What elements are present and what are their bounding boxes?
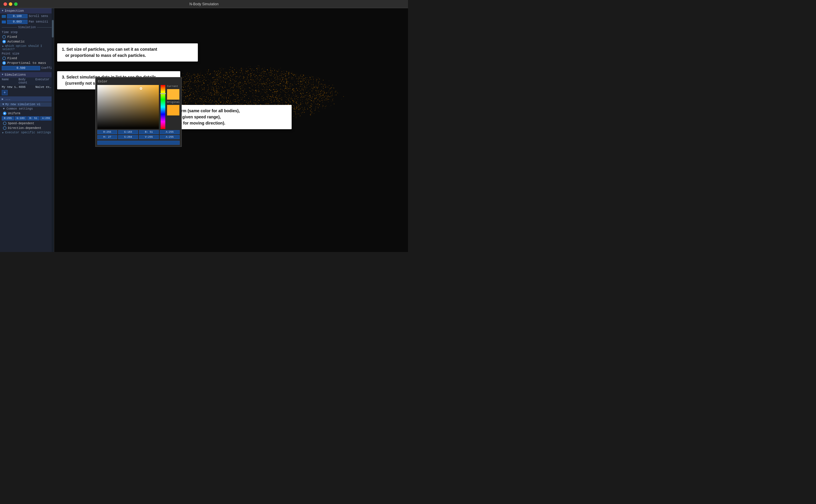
common-settings: ▼ Common settings bbox=[0, 107, 54, 111]
minimize-button[interactable] bbox=[9, 2, 12, 6]
inspection-header[interactable]: ▼ Inspection bbox=[0, 8, 54, 13]
current-label: Current bbox=[167, 85, 180, 88]
scroll-sens-input[interactable] bbox=[7, 14, 28, 18]
cv-g[interactable]: G:183 bbox=[118, 130, 138, 134]
direction-dependent-row[interactable]: Direction-dependent bbox=[0, 126, 54, 130]
sim-table-header: Name Body count Executor bbox=[0, 77, 54, 85]
add-simulation-button[interactable]: + bbox=[2, 90, 8, 95]
color-cursor bbox=[140, 87, 142, 90]
cv-h[interactable]: H: 27 bbox=[97, 135, 117, 139]
original-swatch bbox=[167, 105, 179, 115]
col-body: Body count bbox=[18, 78, 35, 84]
view-section-collapsed[interactable]: ▶ ... bbox=[0, 96, 54, 102]
common-arrow: ▼ bbox=[3, 107, 6, 110]
speed-dependent-row[interactable]: Speed-dependent bbox=[0, 121, 54, 126]
pan-sens-input[interactable] bbox=[7, 20, 28, 24]
color-picker-body: Current Original bbox=[97, 85, 180, 129]
automatic-label: Automatic bbox=[7, 40, 25, 43]
uniform-radio[interactable] bbox=[3, 112, 6, 115]
window-controls bbox=[4, 2, 18, 6]
current-swatch bbox=[167, 89, 179, 100]
proportional-label: Proportional to mass bbox=[7, 61, 46, 65]
cv-a[interactable]: A:255 bbox=[160, 130, 180, 134]
fixed-radio[interactable] bbox=[2, 35, 6, 39]
scroll-color-swatch bbox=[2, 15, 6, 18]
color-preview: Current Original bbox=[167, 85, 180, 129]
left-panel: ▼ Inspection Scroll sens Pan sensiti Sim… bbox=[0, 8, 54, 252]
sim-executor: Naive executo bbox=[35, 86, 52, 89]
title-bar: N-Body Simulation bbox=[0, 0, 408, 8]
scroll-sens-row: Scroll sens bbox=[0, 13, 54, 19]
simulation-label: Simulation bbox=[18, 26, 36, 29]
uniform-label: Uniform bbox=[8, 112, 20, 115]
cv-r[interactable]: R:255 bbox=[97, 130, 117, 134]
direction-radio[interactable] bbox=[3, 126, 6, 130]
time-step-label: Time step bbox=[0, 30, 54, 35]
simulations-label: Simulations bbox=[4, 73, 26, 76]
divider-right bbox=[37, 27, 52, 28]
uniform-row[interactable]: Uniform bbox=[0, 111, 54, 116]
automatic-radio-row[interactable]: Automatic bbox=[0, 39, 54, 44]
r-cell[interactable]: R:255 bbox=[2, 116, 14, 120]
scrollbar[interactable] bbox=[52, 8, 54, 252]
tooltip1-text: 1. Set size of particles, you can set it… bbox=[62, 47, 157, 58]
sim-name: My new simula bbox=[2, 86, 18, 89]
canvas-area: 1. Set size of particles, you can set it… bbox=[54, 8, 408, 252]
common-label: Common settings bbox=[6, 107, 33, 110]
b-cell[interactable]: B: 51 bbox=[27, 116, 40, 120]
hex-input[interactable]: #FFB733FF bbox=[97, 141, 180, 145]
g-cell[interactable]: G:183 bbox=[15, 116, 27, 120]
divider-left bbox=[2, 27, 17, 28]
col-executor: Executor bbox=[35, 78, 52, 84]
coefficient-row: Coefficient bbox=[0, 65, 54, 71]
window-title: N-Body Simulation bbox=[189, 2, 218, 6]
color-picker-title: Color bbox=[97, 79, 180, 85]
coefficient-input[interactable] bbox=[2, 66, 40, 70]
simulations-arrow: ▼ bbox=[2, 73, 3, 76]
tooltip-1: 1. Set size of particles, you can set it… bbox=[57, 43, 198, 62]
pan-color-swatch bbox=[2, 21, 6, 23]
speed-label: Speed-dependent bbox=[8, 122, 34, 125]
fixed2-radio-row[interactable]: Fixed bbox=[0, 56, 54, 61]
main-content: ▼ Inspection Scroll sens Pan sensiti Sim… bbox=[0, 8, 408, 252]
original-label: Original bbox=[167, 101, 180, 104]
inspection-arrow: ▼ bbox=[2, 9, 3, 12]
simulations-header[interactable]: ▼ Simulations bbox=[0, 72, 54, 77]
maximize-button[interactable] bbox=[14, 2, 18, 6]
cv-a2[interactable]: A:255 bbox=[160, 135, 180, 139]
scrollbar-thumb[interactable] bbox=[52, 20, 54, 38]
close-button[interactable] bbox=[4, 2, 7, 6]
fixed2-radio[interactable] bbox=[2, 57, 6, 60]
view-list-item[interactable]: ▼ My new simulation vi bbox=[0, 102, 54, 107]
fixed2-label: Fixed bbox=[7, 57, 17, 60]
executor-specific-row[interactable]: Executor specific settings bbox=[0, 130, 54, 135]
sim-row-1[interactable]: My new simula 4096 Naive executo bbox=[0, 85, 54, 89]
cv-s[interactable]: S:204 bbox=[118, 135, 138, 139]
rgba-values-row: R:255 G:183 B: 51 A:255 bbox=[97, 130, 180, 134]
spectrum-cursor bbox=[160, 93, 166, 94]
direction-label: Direction-dependent bbox=[8, 127, 41, 130]
fixed-radio-row[interactable]: Fixed bbox=[0, 35, 54, 39]
automatic-radio[interactable] bbox=[2, 40, 6, 43]
color-spectrum[interactable] bbox=[161, 85, 165, 129]
rgba-row: R:255 G:183 B: 51 A:255 bbox=[0, 116, 54, 121]
cv-v[interactable]: V:255 bbox=[139, 135, 159, 139]
gradient-container[interactable] bbox=[97, 85, 159, 129]
speed-radio[interactable] bbox=[3, 122, 6, 125]
which-option-row[interactable]: Which option should I select? bbox=[0, 44, 54, 52]
fixed-label: Fixed bbox=[7, 35, 17, 39]
a-cell[interactable]: A:255 bbox=[40, 116, 52, 120]
inspection-label: Inspection bbox=[4, 9, 24, 13]
point-size-label: Point size bbox=[0, 52, 54, 56]
pan-sens-label: Pan sensiti bbox=[29, 20, 48, 23]
view-section-label: ... bbox=[5, 98, 11, 101]
simulation-divider: Simulation bbox=[0, 25, 54, 30]
proportional-radio-row[interactable]: Proportional to mass bbox=[0, 61, 54, 65]
view-item-label: My new simulation vi bbox=[5, 103, 40, 106]
proportional-radio[interactable] bbox=[2, 61, 6, 65]
collapse-arrow: ▶ bbox=[2, 98, 5, 101]
color-values: R:255 G:183 B: 51 A:255 H: 27 S:204 V:25… bbox=[97, 129, 180, 145]
col-name: Name bbox=[2, 78, 18, 84]
cv-b[interactable]: B: 51 bbox=[139, 130, 159, 134]
color-gradient[interactable] bbox=[97, 85, 159, 129]
